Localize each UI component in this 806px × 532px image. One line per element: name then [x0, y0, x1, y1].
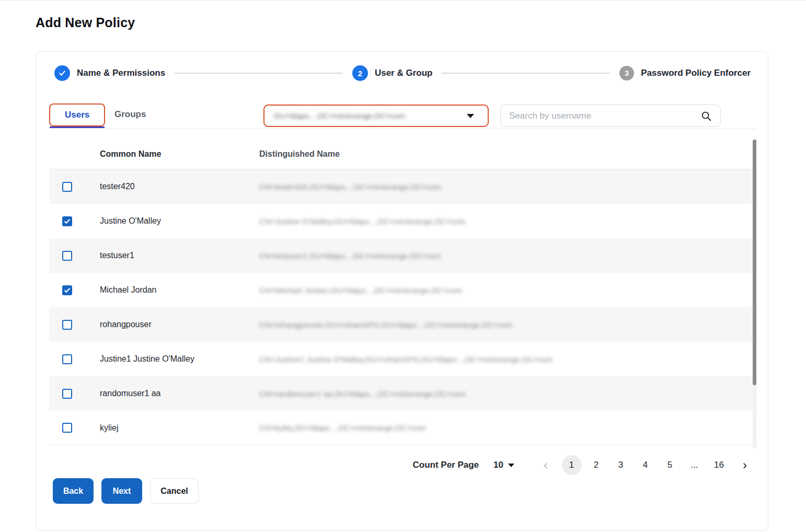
page-button-16[interactable]: 16	[709, 455, 729, 475]
common-name-cell: Justine1 Justine O'Malley	[100, 354, 259, 364]
distinguished-name-cell: CN=randomuser1 aa,OU=ldaps...,DC=miniora…	[259, 389, 757, 398]
page-button-2[interactable]: 2	[586, 455, 606, 475]
common-name-cell: Michael Jordan	[100, 285, 259, 295]
step-number-badge: 3	[619, 66, 634, 80]
table-row: randomuser1 aa CN=randomuser1 aa,OU=ldap…	[49, 376, 757, 411]
page-button-4[interactable]: 4	[636, 455, 655, 475]
chevron-down-icon	[467, 114, 474, 118]
column-header-distinguished-name: Distinguished Name	[259, 149, 757, 159]
step-complete-check-icon	[54, 65, 70, 81]
search-icon[interactable]	[700, 110, 712, 122]
tab-groups[interactable]: Groups	[114, 109, 146, 120]
table-row: tester420 CN=tester420,OU=ldaps...,DC=mi…	[49, 169, 757, 204]
add-policy-card: Name & Permissions 2 User & Group 3 Pass…	[36, 51, 768, 531]
row-checkbox[interactable]	[62, 216, 72, 226]
page-button-5[interactable]: 5	[660, 455, 680, 475]
next-button[interactable]: Next	[101, 478, 142, 504]
tab-users[interactable]: Users	[49, 103, 105, 126]
distinguished-name-cell: CN=Michael Jordan,OU=ldaps...,DC=miniora…	[259, 286, 757, 295]
step-user-group[interactable]: 2 User & Group	[352, 65, 433, 81]
prev-page-button[interactable]: ‹	[542, 459, 550, 471]
table-row: rohangpouser CN=rohangpouser,OU=rohanGPO…	[49, 307, 757, 342]
common-name-cell: Justine O'Malley	[100, 216, 259, 226]
common-name-cell: randomuser1 aa	[100, 389, 259, 398]
row-checkbox[interactable]	[62, 251, 72, 261]
step-password-policy-enforcer[interactable]: 3 Password Policy Enforcer	[619, 66, 751, 80]
count-per-page-value: 10	[493, 460, 503, 470]
common-name-cell: tester420	[100, 182, 259, 191]
step-label: User & Group	[375, 68, 433, 78]
column-header-common-name: Common Name	[100, 149, 259, 159]
stepper-connector	[442, 73, 610, 74]
footer-actions: Back Next Cancel	[53, 478, 199, 504]
table-row: kyliej CN=kyliej,OU=ldaps...,DC=minioran…	[49, 411, 757, 445]
step-number-badge: 2	[352, 65, 368, 81]
tabs-divider	[49, 129, 756, 129]
count-per-page-select[interactable]: 10	[493, 460, 514, 470]
distinguished-name-cell: CN=Justine1 Justine O'Malley,OU=rohanGPO…	[259, 355, 757, 364]
page-button-1[interactable]: 1	[562, 455, 582, 475]
wizard-stepper: Name & Permissions 2 User & Group 3 Pass…	[54, 65, 751, 81]
step-label: Password Policy Enforcer	[641, 68, 751, 78]
step-label: Name & Permissions	[77, 68, 165, 78]
page-button-3[interactable]: 3	[611, 455, 631, 475]
row-checkbox[interactable]	[62, 423, 72, 433]
search-input[interactable]	[509, 111, 700, 121]
ou-select-dropdown[interactable]: OU=ldaps...,DC=miniorange,DC=com	[263, 105, 489, 127]
ou-selected-value: OU=ldaps...,DC=miniorange,DC=com	[274, 111, 462, 120]
row-checkbox[interactable]	[62, 285, 72, 295]
page-title: Add New Policy	[36, 15, 135, 30]
users-table: Common Name Distinguished Name tester420…	[49, 140, 757, 445]
row-checkbox[interactable]	[62, 354, 72, 364]
table-row: Justine O'Malley CN=Justine O'Malley,OU=…	[49, 204, 757, 238]
count-per-page-label: Count Per Page	[412, 460, 479, 470]
pagination: Count Per Page 10 ‹ 1 2 3 4 5 ... 16 ›	[412, 453, 749, 477]
chevron-down-icon	[508, 464, 514, 467]
common-name-cell: kyliej	[100, 423, 259, 433]
scrollbar-thumb[interactable]	[753, 140, 756, 385]
distinguished-name-cell: CN=rohangpouser,OU=rohanGPO,OU=ldaps...,…	[259, 320, 757, 329]
back-button[interactable]: Back	[53, 478, 94, 504]
table-row: Justine1 Justine O'Malley CN=Justine1 Ju…	[49, 342, 757, 376]
next-page-button[interactable]: ›	[741, 459, 749, 471]
stepper-connector	[175, 73, 343, 74]
distinguished-name-cell: CN=tester420,OU=ldaps...,DC=miniorange,D…	[259, 182, 757, 191]
pages-ellipsis: ...	[685, 455, 705, 475]
distinguished-name-cell: CN=kyliej,OU=ldaps...,DC=miniorange,DC=c…	[259, 423, 757, 432]
row-checkbox[interactable]	[62, 182, 72, 192]
table-header-row: Common Name Distinguished Name	[49, 140, 757, 169]
cancel-button[interactable]: Cancel	[150, 478, 199, 504]
table-row: testuser1 CN=testuser1,OU=ldaps...,DC=mi…	[49, 238, 757, 273]
common-name-cell: rohangpouser	[100, 320, 259, 329]
table-row: Michael Jordan CN=Michael Jordan,OU=ldap…	[49, 273, 757, 307]
distinguished-name-cell: CN=Justine O'Malley,OU=ldaps...,DC=minio…	[259, 217, 757, 226]
row-checkbox[interactable]	[62, 320, 72, 330]
row-checkbox[interactable]	[62, 389, 72, 399]
search-box	[500, 105, 721, 127]
distinguished-name-cell: CN=testuser1,OU=ldaps...,DC=miniorange,D…	[259, 251, 757, 260]
step-name-permissions[interactable]: Name & Permissions	[54, 65, 165, 81]
common-name-cell: testuser1	[100, 251, 259, 260]
